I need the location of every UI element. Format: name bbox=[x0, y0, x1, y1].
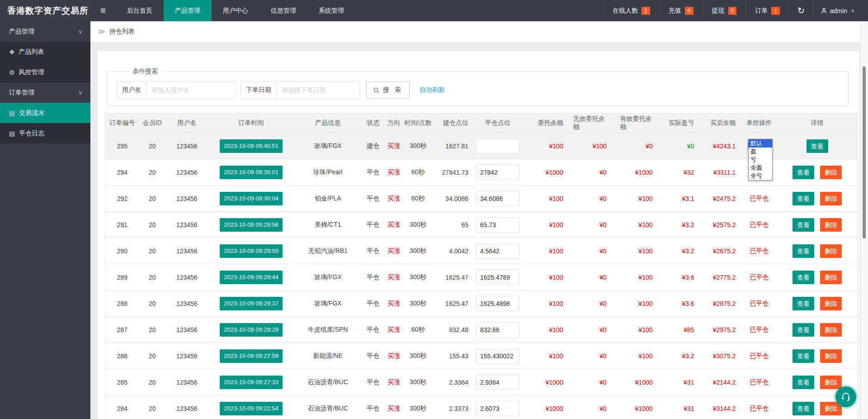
cell-dur: 60秒 bbox=[403, 317, 433, 343]
view-button[interactable]: 查看 bbox=[793, 376, 814, 389]
cell-time: 2023-10-09 09:29:50 bbox=[208, 238, 294, 264]
brand-logo: 香港数字资产交易所 bbox=[0, 0, 90, 21]
view-button[interactable]: 查看 bbox=[793, 349, 814, 363]
dropdown-option[interactable]: 全盈 bbox=[749, 164, 772, 172]
sidebar-item-trade-flow[interactable]: ▤ 交易流水 bbox=[0, 103, 90, 123]
delete-button[interactable]: 删除 bbox=[820, 349, 842, 363]
cell-invalid: ¥0 bbox=[573, 343, 620, 369]
auto-refresh-link[interactable]: 自动刷新 bbox=[420, 86, 445, 94]
stat-recharge[interactable]: 充值 0 bbox=[659, 0, 703, 21]
delete-button[interactable]: 删除 bbox=[820, 271, 842, 284]
cell-status: 平仓 bbox=[362, 395, 384, 419]
delete-button[interactable]: 删除 bbox=[820, 244, 842, 258]
sidebar-item-order-mgmt[interactable]: 订单管理 ∨ bbox=[0, 82, 90, 103]
row-actions: 查看删除 bbox=[793, 271, 842, 284]
stat-withdraw[interactable]: 提现 0 bbox=[703, 0, 746, 21]
top-nav: 后台首页 产品管理 用户中心 信息管理 系统管理 bbox=[116, 0, 355, 21]
view-button[interactable]: 查看 bbox=[807, 139, 828, 153]
dropdown-option[interactable]: 全亏 bbox=[749, 172, 772, 180]
user-menu[interactable]: admin ∧ bbox=[813, 0, 862, 21]
cell-invalid: ¥0 bbox=[573, 290, 620, 316]
sidebar-item-product-list[interactable]: ❖ 产品列表 bbox=[0, 42, 90, 62]
close-point-input[interactable] bbox=[476, 217, 519, 233]
view-button[interactable]: 查看 bbox=[793, 402, 814, 415]
close-point-input[interactable] bbox=[476, 270, 519, 285]
breadcrumb: ≫ 持仓列表 bbox=[90, 21, 861, 42]
view-button[interactable]: 查看 bbox=[793, 166, 814, 179]
nav-item-system[interactable]: 系统管理 bbox=[307, 0, 355, 21]
scrollbar-track[interactable] bbox=[860, 21, 868, 419]
close-point-input[interactable] bbox=[476, 401, 519, 416]
cell-status: 平仓 bbox=[362, 369, 384, 395]
cell-dir: 买涨 bbox=[384, 133, 403, 159]
cell-entrust: ¥100 bbox=[524, 264, 573, 290]
close-point-input[interactable] bbox=[476, 375, 519, 390]
delete-button[interactable]: 删除 bbox=[820, 376, 842, 389]
close-point-input[interactable] bbox=[476, 348, 519, 364]
delete-button[interactable]: 删除 bbox=[820, 323, 842, 337]
cell-balance: ¥3144.2 bbox=[704, 395, 741, 419]
username-input[interactable] bbox=[147, 81, 235, 99]
close-point-input[interactable] bbox=[476, 322, 519, 338]
cell-valid: ¥100 bbox=[620, 186, 667, 211]
order-date-input[interactable] bbox=[277, 81, 359, 99]
stat-withdraw-label: 提现 bbox=[712, 7, 725, 15]
money-value: ¥0 bbox=[599, 221, 607, 229]
cell-open: 4.0042 bbox=[433, 238, 471, 264]
nav-item-info[interactable]: 信息管理 bbox=[259, 0, 307, 21]
cell-dur: 300秒 bbox=[403, 133, 433, 159]
dropdown-option[interactable]: 默认 bbox=[749, 139, 772, 148]
sidebar-item-close-log[interactable]: ▤ 平仓日志 bbox=[0, 123, 90, 143]
search-button[interactable]: 搜 索 bbox=[366, 81, 410, 99]
column-header: 会员ID bbox=[139, 114, 165, 133]
search-legend: 条件搜索 bbox=[128, 67, 162, 76]
money-value: ¥0 bbox=[599, 405, 607, 412]
profit-value: ¥3.6 bbox=[682, 274, 694, 281]
delete-button[interactable]: 删除 bbox=[820, 218, 842, 232]
stat-online[interactable]: 在线人数 1 bbox=[603, 0, 659, 21]
view-button[interactable]: 查看 bbox=[793, 271, 814, 284]
view-button[interactable]: 查看 bbox=[793, 218, 814, 232]
delete-button[interactable]: 删除 bbox=[820, 297, 842, 310]
menu-toggle-icon[interactable]: ≡ bbox=[90, 0, 116, 21]
support-float-button[interactable] bbox=[835, 386, 856, 407]
cell-dir: 买涨 bbox=[384, 343, 403, 369]
cell-valid: ¥100 bbox=[620, 212, 667, 238]
cell-id: 295 bbox=[105, 133, 139, 159]
close-point-input[interactable] bbox=[476, 243, 519, 259]
scrollbar-thumb[interactable] bbox=[863, 67, 866, 238]
cell-profit: ¥3.1 bbox=[667, 186, 704, 211]
cell-control: 已平仓 bbox=[741, 395, 777, 419]
stat-orders[interactable]: 订单 1 bbox=[745, 0, 789, 21]
profit-value: ¥31 bbox=[684, 379, 694, 386]
view-button[interactable]: 查看 bbox=[793, 323, 814, 337]
dropdown-option[interactable]: 亏 bbox=[749, 156, 772, 164]
close-point-input[interactable] bbox=[476, 165, 519, 180]
view-button[interactable]: 查看 bbox=[793, 297, 814, 310]
refresh-icon[interactable]: ↻ bbox=[789, 0, 813, 21]
table-row: 289201234562023-10-09 09:29:44玻璃/FGX平仓买涨… bbox=[105, 264, 857, 290]
close-point-input[interactable] bbox=[476, 138, 519, 154]
view-button[interactable]: 查看 bbox=[793, 244, 814, 258]
cell-time: 2023-10-09 09:22:54 bbox=[208, 395, 294, 419]
cell-product: 石油沥青/BUC bbox=[294, 395, 362, 419]
sidebar-item-product-mgmt[interactable]: 产品管理 ∨ bbox=[0, 21, 90, 42]
nav-item-home[interactable]: 后台首页 bbox=[116, 0, 164, 21]
nav-item-users[interactable]: 用户中心 bbox=[212, 0, 259, 21]
close-point-input[interactable] bbox=[476, 296, 519, 311]
money-value: ¥1000 bbox=[546, 405, 563, 412]
cell-id: 285 bbox=[105, 369, 139, 395]
close-point-input[interactable] bbox=[476, 191, 519, 206]
cell-invalid: ¥0 bbox=[573, 159, 620, 185]
cell-status: 建仓 bbox=[362, 133, 384, 159]
view-button[interactable]: 查看 bbox=[793, 192, 814, 205]
cell-time: 2023-10-09 09:29:29 bbox=[208, 317, 294, 343]
nav-item-products[interactable]: 产品管理 bbox=[164, 0, 212, 21]
sidebar-item-label: 交易流水 bbox=[19, 109, 44, 117]
dropdown-option[interactable]: 盈 bbox=[749, 148, 772, 156]
gear-icon: ⚙ bbox=[9, 69, 15, 76]
delete-button[interactable]: 删除 bbox=[820, 166, 842, 179]
sidebar-item-risk-mgmt[interactable]: ⚙ 风控管理 bbox=[0, 62, 90, 82]
delete-button[interactable]: 删除 bbox=[820, 192, 842, 205]
cell-member: 20 bbox=[139, 317, 165, 343]
